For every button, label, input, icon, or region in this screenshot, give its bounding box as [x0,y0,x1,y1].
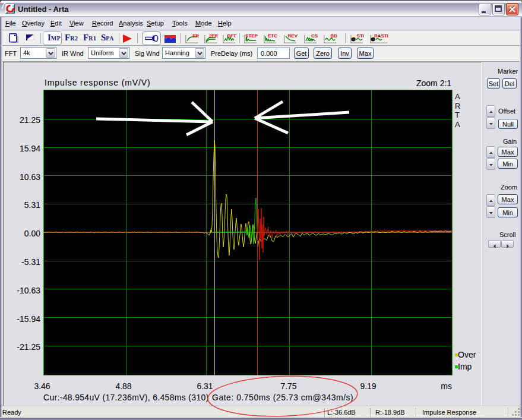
svg-text:REV: REV [288,33,298,39]
svg-text:DFT: DFT [227,33,236,39]
svg-text:RASTI: RASTI [374,33,388,39]
svg-text:CS: CS [311,33,318,39]
svg-text:STI: STI [357,33,364,39]
svg-text:2FR: 2FR [209,33,218,39]
svg-text:FR: FR [192,33,199,39]
svg-text:BD: BD [330,33,337,39]
svg-text:ETC: ETC [268,33,277,39]
svg-text:STEP: STEP [245,33,258,39]
